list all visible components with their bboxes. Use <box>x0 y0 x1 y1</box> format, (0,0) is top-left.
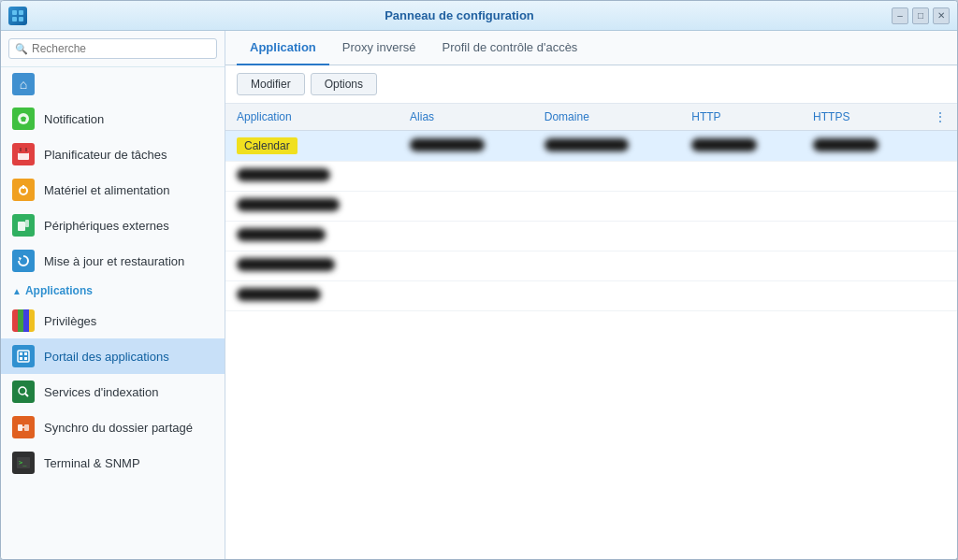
table-row[interactable] <box>225 162 957 192</box>
sync-label: Synchro du dossier partagé <box>44 421 193 435</box>
main-layout: 🔍 ⌂ Notification Planificateur de tâches <box>1 31 957 559</box>
power-label: Matériel et alimentation <box>44 183 169 197</box>
cell-application <box>225 251 399 281</box>
sync-icon <box>12 416 35 438</box>
table-header-row: Application Alias Domaine HTTP HTTPS ⋮ <box>225 104 957 131</box>
content-area: Application Proxy inversé Profil de cont… <box>225 31 957 559</box>
svg-rect-15 <box>20 352 22 355</box>
scheduler-label: Planificateur de tâches <box>44 148 167 162</box>
tab-proxy-inverse[interactable]: Proxy inversé <box>329 31 429 65</box>
search-icon: 🔍 <box>15 43 28 55</box>
titlebar: Panneau de configuration – □ ✕ <box>1 1 957 31</box>
col-https[interactable]: HTTPS <box>802 104 923 131</box>
table-row[interactable] <box>225 251 957 281</box>
blurred-app <box>237 168 330 181</box>
close-button[interactable]: ✕ <box>933 7 950 24</box>
portal-icon <box>12 345 35 367</box>
window-controls: – □ ✕ <box>892 7 950 24</box>
cell-domaine <box>533 131 680 162</box>
blurred-domaine <box>544 138 629 151</box>
blurred-http <box>691 138 757 151</box>
modifier-button[interactable]: Modifier <box>237 73 305 95</box>
col-domaine[interactable]: Domaine <box>533 104 680 131</box>
window-title: Panneau de configuration <box>27 8 892 22</box>
table-area: Application Alias Domaine HTTP HTTPS ⋮ <box>225 104 957 559</box>
col-http[interactable]: HTTP <box>680 104 802 131</box>
blurred-alias <box>410 138 485 151</box>
cell-https <box>802 131 923 162</box>
sidebar-item-sync[interactable]: Synchro du dossier partagé <box>1 409 225 445</box>
tab-application[interactable]: Application <box>237 31 329 65</box>
blurred-app <box>237 228 326 241</box>
privileges-icon <box>12 309 35 332</box>
table-row[interactable] <box>225 222 957 251</box>
svg-line-20 <box>25 394 28 396</box>
minimize-button[interactable]: – <box>892 7 908 24</box>
portal-label: Portail des applications <box>44 350 169 364</box>
scheduler-icon <box>12 143 35 165</box>
sidebar-item-notification[interactable]: Notification <box>1 101 225 136</box>
titlebar-left <box>8 7 27 25</box>
search-input[interactable] <box>32 42 210 55</box>
sidebar-item-portal[interactable]: Portail des applications <box>1 338 225 374</box>
maximize-button[interactable]: □ <box>912 7 929 24</box>
svg-marker-13 <box>19 257 22 261</box>
sidebar-item-external[interactable]: Périphériques externes <box>1 208 225 243</box>
privileges-label: Privilèges <box>44 314 96 328</box>
col-alias[interactable]: Alias <box>399 104 533 131</box>
sidebar-item-privileges[interactable]: Privilèges <box>1 303 225 338</box>
sidebar-item-scheduler[interactable]: Planificateur de tâches <box>1 136 225 172</box>
svg-rect-1 <box>19 10 23 15</box>
blurred-https <box>813 138 878 151</box>
sidebar-top: 🔍 <box>1 31 225 67</box>
sidebar-item-indexing[interactable]: Services d'indexation <box>1 374 225 409</box>
cell-application: Calendar <box>225 131 399 162</box>
external-label: Périphériques externes <box>44 219 169 233</box>
calendar-badge: Calendar <box>237 137 298 154</box>
search-box[interactable]: 🔍 <box>8 38 217 59</box>
svg-rect-14 <box>18 351 29 362</box>
col-application[interactable]: Application <box>225 104 399 131</box>
notification-icon <box>12 108 35 130</box>
sidebar-item-terminal[interactable]: >_ Terminal & SNMP <box>1 445 225 481</box>
options-button[interactable]: Options <box>311 73 377 95</box>
cell-more <box>923 162 957 192</box>
notification-label: Notification <box>44 112 104 126</box>
svg-rect-2 <box>12 17 17 22</box>
svg-rect-12 <box>25 220 29 227</box>
cell-http <box>680 162 802 192</box>
svg-rect-6 <box>18 150 29 153</box>
applications-table: Application Alias Domaine HTTP HTTPS ⋮ <box>225 104 957 311</box>
applications-section-header[interactable]: ▲ Applications <box>1 279 225 303</box>
app-icon <box>8 7 27 25</box>
update-label: Mise à jour et restauration <box>44 254 184 268</box>
sidebar-item-home[interactable]: ⌂ <box>1 67 225 101</box>
chevron-icon: ▲ <box>12 286 22 296</box>
blurred-app <box>237 198 340 211</box>
cell-domaine <box>533 162 680 192</box>
power-icon <box>12 179 35 201</box>
tab-profil[interactable]: Profil de contrôle d'accès <box>429 31 591 65</box>
indexing-icon <box>12 381 35 403</box>
svg-rect-18 <box>24 357 27 360</box>
cell-application <box>225 281 399 311</box>
cell-application <box>225 192 399 222</box>
table-row[interactable] <box>225 192 957 222</box>
svg-rect-16 <box>24 352 27 355</box>
sidebar-item-power[interactable]: Matériel et alimentation <box>1 172 225 208</box>
main-window: Panneau de configuration – □ ✕ 🔍 ⌂ <box>0 0 958 560</box>
toolbar: Modifier Options <box>225 65 957 104</box>
terminal-label: Terminal & SNMP <box>44 456 140 470</box>
svg-rect-21 <box>18 424 22 431</box>
cell-https <box>802 162 923 192</box>
svg-rect-17 <box>20 357 22 360</box>
external-icon <box>12 214 35 237</box>
table-row[interactable] <box>225 281 957 311</box>
col-more: ⋮ <box>923 104 957 131</box>
update-icon <box>12 250 35 272</box>
applications-section-label: Applications <box>25 284 93 297</box>
table-row[interactable]: Calendar <box>225 131 957 162</box>
sidebar-item-update[interactable]: Mise à jour et restauration <box>1 243 225 279</box>
svg-rect-0 <box>12 10 17 15</box>
cell-alias <box>399 162 533 192</box>
